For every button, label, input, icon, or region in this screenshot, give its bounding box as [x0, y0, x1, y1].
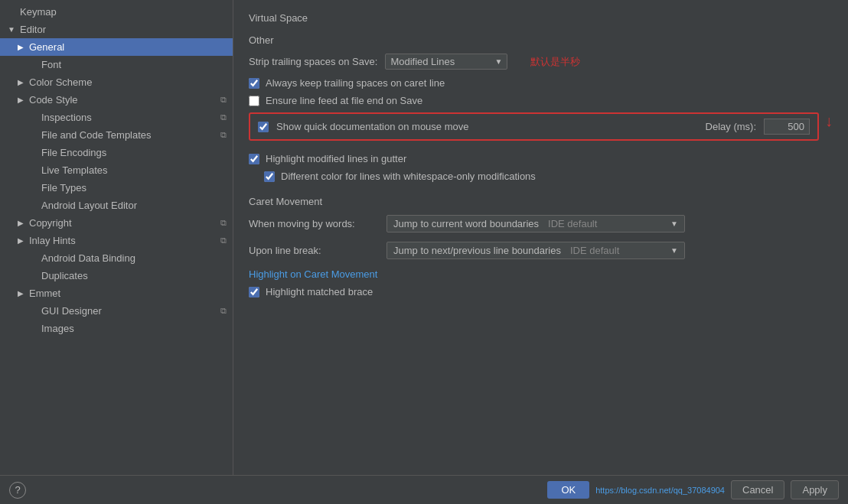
bottom-bar: ? OK https://blog.csdn.net/qq_37084904 C…: [0, 475, 848, 504]
sidebar-item-file-and-code-templates[interactable]: File and Code Templates⧉: [0, 126, 233, 144]
sidebar-item-android-data-binding[interactable]: Android Data Binding: [0, 249, 233, 267]
upon-line-break-value: Jump to next/previous line boundaries: [393, 245, 561, 256]
sidebar-item-copyright[interactable]: ▶Copyright⧉: [0, 214, 233, 232]
sidebar-item-duplicates[interactable]: Duplicates: [0, 267, 233, 285]
caret-movement-title: Caret Movement: [249, 196, 833, 207]
show-quick-doc-checkbox[interactable]: [258, 122, 269, 132]
sidebar-label: Inlay Hints: [29, 235, 76, 246]
highlight-caret-title: Highlight on Caret Movement: [249, 268, 833, 280]
sidebar-item-inspections[interactable]: Inspections⧉: [0, 109, 233, 126]
strip-trailing-label: Strip trailing spaces on Save:: [249, 56, 377, 67]
ensure-line-feed-row: Ensure line feed at file end on Save: [249, 95, 833, 106]
annotation-text: 默认是半秒: [530, 55, 580, 69]
sidebar-label: General: [29, 41, 64, 53]
quick-doc-row: Show quick documentation on mouse move D…: [249, 112, 819, 141]
sidebar-item-general[interactable]: ▶General: [0, 38, 233, 56]
copy-icon: ⧉: [220, 236, 227, 245]
sidebar-label: File Types: [41, 182, 86, 193]
sidebar-label: Editor: [20, 24, 46, 35]
moving-by-words-value: Jump to current word boundaries: [393, 218, 539, 229]
sidebar-label: Font: [41, 59, 61, 70]
url-text: https://blog.csdn.net/qq_37084904: [595, 486, 725, 495]
moving-by-words-arrow: ▼: [670, 219, 678, 228]
upon-line-break-dropdown[interactable]: Jump to next/previous line boundaries ID…: [386, 242, 685, 259]
virtual-space-title: Virtual Space: [249, 12, 833, 24]
apply-button[interactable]: Apply: [791, 480, 839, 499]
sidebar-item-gui-designer[interactable]: GUI Designer⧉: [0, 302, 233, 320]
sidebar-label: Live Templates: [41, 164, 107, 176]
always-keep-trailing-checkbox[interactable]: [249, 78, 259, 89]
upon-line-break-ide-default: IDE default: [570, 245, 619, 256]
main-content: Virtual Space Other Strip trailing space…: [233, 0, 848, 475]
moving-by-words-dropdown[interactable]: Jump to current word boundaries IDE defa…: [386, 215, 685, 232]
strip-trailing-value: Modified Lines: [390, 56, 455, 67]
upon-line-break-row: Upon line break: Jump to next/previous l…: [249, 242, 833, 259]
delay-label: Delay (ms):: [706, 121, 756, 132]
ensure-line-feed-label: Ensure line feed at file end on Save: [266, 95, 422, 106]
copy-icon: ⧉: [220, 130, 227, 140]
sidebar-item-android-layout-editor[interactable]: Android Layout Editor: [0, 197, 233, 214]
caret-movement-section: Caret Movement When moving by words: Jum…: [249, 196, 833, 298]
arrow-icon: ▶: [15, 77, 26, 88]
sidebar-label: Duplicates: [41, 270, 88, 281]
cancel-button[interactable]: Cancel: [731, 480, 784, 499]
sidebar: Keymap▼Editor▶GeneralFont▶Color Scheme▶C…: [0, 0, 233, 475]
different-color-label: Different color for lines with whitespac…: [281, 171, 536, 182]
sidebar-item-keymap[interactable]: Keymap: [0, 3, 233, 21]
sidebar-item-file-types[interactable]: File Types: [0, 179, 233, 197]
sidebar-label: Keymap: [20, 6, 57, 18]
highlight-modified-lines-checkbox[interactable]: [249, 154, 259, 164]
sidebar-label: Emmet: [29, 288, 60, 299]
arrow-icon: ▶: [15, 218, 26, 229]
sidebar-item-color-scheme[interactable]: ▶Color Scheme: [0, 73, 233, 91]
strip-trailing-arrow: ▼: [494, 57, 502, 66]
sidebar-label: Copyright: [29, 217, 72, 229]
arrow-icon: ▶: [15, 236, 26, 246]
sidebar-item-inlay-hints[interactable]: ▶Inlay Hints⧉: [0, 232, 233, 249]
highlight-modified-lines-row: Highlight modified lines in gutter: [249, 153, 833, 164]
ensure-line-feed-checkbox[interactable]: [249, 96, 259, 106]
sidebar-label: GUI Designer: [41, 305, 102, 317]
sidebar-item-editor[interactable]: ▼Editor: [0, 21, 233, 38]
moving-by-words-row: When moving by words: Jump to current wo…: [249, 215, 833, 232]
moving-by-words-label: When moving by words:: [249, 218, 379, 229]
ok-button[interactable]: OK: [547, 481, 589, 499]
sidebar-label: Color Scheme: [29, 76, 92, 88]
sidebar-label: Code Style: [29, 94, 78, 106]
arrow-icon: ▶: [15, 288, 26, 299]
always-keep-trailing-row: Always keep trailing spaces on caret lin…: [249, 77, 833, 89]
highlight-matched-brace-label: Highlight matched brace: [266, 286, 373, 298]
sidebar-label: Inspections: [41, 112, 92, 123]
sidebar-label: File Encodings: [41, 147, 106, 158]
delay-input[interactable]: [764, 119, 810, 135]
sidebar-item-file-encodings[interactable]: File Encodings: [0, 144, 233, 161]
arrow-icon: ▼: [6, 24, 17, 35]
different-color-row: Different color for lines with whitespac…: [249, 171, 833, 182]
show-quick-doc-label: Show quick documentation on mouse move: [276, 121, 468, 132]
arrow-icon: ▶: [15, 95, 26, 106]
always-keep-trailing-label: Always keep trailing spaces on caret lin…: [266, 77, 445, 89]
sidebar-item-code-style[interactable]: ▶Code Style⧉: [0, 91, 233, 109]
sidebar-item-images[interactable]: Images: [0, 320, 233, 337]
sidebar-item-live-templates[interactable]: Live Templates: [0, 161, 233, 179]
copy-icon: ⧉: [220, 112, 227, 122]
copy-icon: ⧉: [220, 218, 227, 228]
upon-line-break-label: Upon line break:: [249, 245, 379, 256]
highlight-modified-lines-label: Highlight modified lines in gutter: [266, 153, 406, 164]
help-button[interactable]: ?: [9, 482, 26, 499]
sidebar-label: File and Code Templates: [41, 129, 152, 141]
strip-trailing-dropdown[interactable]: Modified Lines ▼: [385, 54, 507, 70]
bottom-right-buttons: OK https://blog.csdn.net/qq_37084904 Can…: [547, 480, 839, 499]
upon-line-break-arrow: ▼: [670, 246, 678, 255]
sidebar-label: Android Data Binding: [41, 252, 135, 264]
sidebar-label: Android Layout Editor: [41, 200, 137, 211]
sidebar-item-font[interactable]: Font: [0, 56, 233, 73]
moving-by-words-ide-default: IDE default: [548, 218, 597, 229]
highlight-matched-brace-checkbox[interactable]: [249, 287, 259, 298]
different-color-checkbox[interactable]: [264, 171, 275, 182]
sidebar-label: Images: [41, 323, 74, 334]
arrow-icon: ▶: [15, 42, 26, 53]
highlight-matched-brace-row: Highlight matched brace: [249, 286, 833, 298]
sidebar-item-emmet[interactable]: ▶Emmet: [0, 285, 233, 302]
copy-icon: ⧉: [220, 95, 227, 105]
